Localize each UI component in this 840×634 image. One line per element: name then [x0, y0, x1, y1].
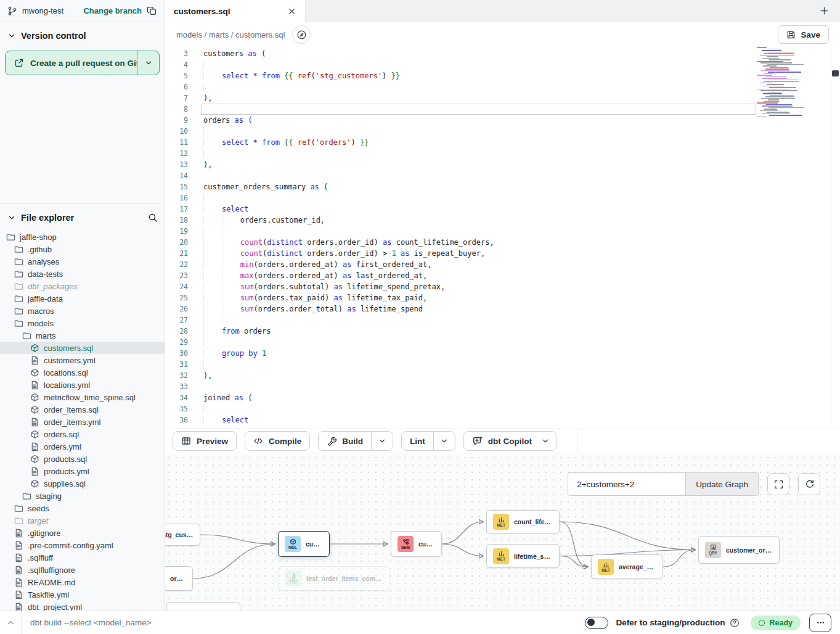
- code-line-8[interactable]: 8: [165, 104, 840, 115]
- code-line-35[interactable]: 35: [165, 403, 840, 414]
- file-item-metricflow_time_spine.sql[interactable]: metricflow_time_spine.sql: [0, 391, 165, 403]
- lineage-node-customers_semantic[interactable]: SEMcustomers: [391, 531, 442, 557]
- code-line-22[interactable]: 22 min(orders.ordered_at) as first_order…: [165, 259, 840, 270]
- code-line-15[interactable]: 15customer_orders_summary as (: [165, 181, 840, 192]
- file-explorer-header[interactable]: File explorer: [0, 204, 165, 228]
- file-item-orders.sql[interactable]: orders.sql: [0, 428, 165, 440]
- build-button[interactable]: Build: [318, 431, 393, 451]
- file-item-dbt_packages[interactable]: dbt_packages: [0, 280, 165, 292]
- file-item-.sqlfluffignore[interactable]: .sqlfluffignore: [0, 564, 165, 576]
- create-pr-dropdown[interactable]: [137, 51, 159, 75]
- defer-toggle[interactable]: [585, 617, 608, 629]
- lineage-node-stg_customers[interactable]: MDLstg_customers: [165, 524, 200, 546]
- file-item-customers.sql[interactable]: customers.sql: [0, 342, 165, 354]
- code-line-13[interactable]: 13),: [165, 159, 840, 170]
- file-item-models[interactable]: models: [0, 317, 165, 329]
- collapse-command-bar-button[interactable]: [0, 618, 21, 627]
- file-item-customers.yml[interactable]: customers.yml: [0, 354, 165, 366]
- lint-dropdown[interactable]: [433, 432, 455, 450]
- compass-button[interactable]: [292, 25, 311, 44]
- update-graph-button[interactable]: Update Graph: [685, 473, 758, 495]
- code-line-27[interactable]: 27: [165, 315, 840, 326]
- code-line-16[interactable]: 16: [165, 192, 840, 204]
- code-line-32[interactable]: 32),: [165, 370, 840, 381]
- lineage-panel[interactable]: Update Graph MDLstg_customersMDLordersMD…: [165, 454, 840, 611]
- code-line-25[interactable]: 25 sum(orders.tax_paid) as lifetime_tax_…: [165, 292, 840, 303]
- code-line-34[interactable]: 34joined as (: [165, 392, 840, 403]
- file-item-orders.yml[interactable]: orders.yml: [0, 440, 165, 453]
- code-line-30[interactable]: 30 group by 1: [165, 348, 840, 359]
- minimap[interactable]: [757, 47, 809, 120]
- file-item-dbt_project.yml[interactable]: dbt_project.yml: [0, 601, 165, 611]
- file-item-products.yml[interactable]: products.yml: [0, 465, 165, 477]
- lineage-node-test_order_items[interactable]: TSTtest_order_items_compute_to_bools...: [279, 566, 389, 591]
- change-branch-link[interactable]: Change branch: [83, 6, 142, 15]
- file-item-staging[interactable]: staging: [0, 490, 165, 502]
- code-line-11[interactable]: 11 select * from {{ ref('orders') }}: [165, 137, 840, 148]
- dbt-copilot-button[interactable]: dbt Copilot: [463, 431, 557, 451]
- code-line-3[interactable]: 3customers as (: [165, 48, 840, 59]
- code-line-28[interactable]: 28 from orders: [165, 326, 840, 337]
- copy-icon[interactable]: [147, 6, 157, 16]
- code-line-14[interactable]: 14: [165, 170, 840, 181]
- file-item-macros[interactable]: macros: [0, 305, 165, 317]
- code-line-5[interactable]: 5 select * from {{ ref('stg_customers') …: [165, 70, 840, 81]
- file-item-order_items.sql[interactable]: order_items.sql: [0, 403, 165, 416]
- compile-button[interactable]: Compile: [245, 431, 310, 451]
- file-item-.gitignore[interactable]: .gitignore: [0, 527, 165, 539]
- tab-customers-sql[interactable]: customers.sql: [165, 0, 306, 22]
- file-item-seeds[interactable]: seeds: [0, 502, 165, 514]
- code-line-9[interactable]: 9orders as (: [165, 115, 840, 126]
- fullscreen-button[interactable]: [767, 473, 789, 495]
- close-icon[interactable]: [287, 7, 296, 16]
- code-line-4[interactable]: 4: [165, 59, 840, 70]
- code-line-26[interactable]: 26 sum(orders.order_total) as lifetime_s…: [165, 303, 840, 315]
- file-item-README.md[interactable]: README.md: [0, 576, 165, 588]
- lineage-node-orders[interactable]: MDLorders: [165, 566, 193, 591]
- search-icon[interactable]: [148, 213, 158, 223]
- file-item-jaffle-shop[interactable]: jaffle-shop: [0, 231, 165, 243]
- code-line-21[interactable]: 21 count(distinct orders.order_id) > 1 a…: [165, 248, 840, 259]
- file-item-supplies.sql[interactable]: supplies.sql: [0, 477, 165, 490]
- lint-button[interactable]: Lint: [401, 431, 455, 451]
- file-item-marts[interactable]: marts: [0, 329, 165, 342]
- code-line-19[interactable]: 19: [165, 226, 840, 237]
- file-item-.pre-commit-config.yaml[interactable]: .pre-commit-config.yaml: [0, 539, 165, 551]
- build-dropdown[interactable]: [371, 432, 393, 450]
- lineage-selector-input[interactable]: [568, 473, 685, 495]
- code-line-29[interactable]: 29: [165, 337, 840, 348]
- lineage-node-count_lifetime_orders[interactable]: METcount_lifetime_orders: [486, 510, 560, 533]
- code-line-31[interactable]: 31: [165, 359, 840, 370]
- more-options-button[interactable]: [809, 614, 831, 632]
- code-line-24[interactable]: 24 sum(orders.subtotal) as lifetime_spen…: [165, 281, 840, 292]
- lineage-node-lifetime_spend_pretax[interactable]: METlifetime_spend_pretax: [486, 544, 560, 568]
- code-line-20[interactable]: 20 count(distinct orders.order_id) as co…: [165, 237, 840, 248]
- code-line-18[interactable]: 18 orders.customer_id,: [165, 215, 840, 226]
- code-line-10[interactable]: 10: [165, 126, 840, 137]
- code-line-12[interactable]: 12: [165, 148, 840, 159]
- file-item-order_items.yml[interactable]: order_items.yml: [0, 416, 165, 428]
- new-tab-button[interactable]: [808, 0, 840, 22]
- file-item-Taskfile.yml[interactable]: Taskfile.yml: [0, 588, 165, 601]
- code-line-17[interactable]: 17 select: [165, 204, 840, 215]
- code-line-33[interactable]: 33: [165, 381, 840, 392]
- lineage-node-customer_order_metrics[interactable]: QRYcustomer_order_metrics: [698, 536, 780, 564]
- file-item-locations.yml[interactable]: locations.yml: [0, 379, 165, 391]
- lineage-node-average_order_value[interactable]: METaverage_order_value: [591, 554, 663, 579]
- file-item-target[interactable]: target: [0, 514, 165, 527]
- editor-scrollbar-thumb[interactable]: [832, 70, 839, 76]
- lineage-node-partial_node[interactable]: [166, 602, 240, 611]
- file-item-locations.sql[interactable]: locations.sql: [0, 366, 165, 379]
- code-line-36[interactable]: 36 select: [165, 414, 840, 426]
- code-line-23[interactable]: 23 max(orders.ordered_at) as last_ordere…: [165, 270, 840, 281]
- file-item-.github[interactable]: .github: [0, 243, 165, 255]
- create-pr-button[interactable]: Create a pull request on Git...: [5, 51, 160, 75]
- save-button[interactable]: Save: [778, 25, 829, 44]
- version-control-header[interactable]: Version control: [0, 22, 165, 46]
- help-icon[interactable]: [730, 618, 740, 628]
- copilot-dropdown[interactable]: [540, 432, 556, 450]
- file-item-analyses[interactable]: analyses: [0, 255, 165, 268]
- refresh-button[interactable]: [798, 473, 820, 495]
- file-item-.sqlfluff[interactable]: .sqlfluff: [0, 551, 165, 564]
- editor-scrollbar[interactable]: [831, 47, 831, 429]
